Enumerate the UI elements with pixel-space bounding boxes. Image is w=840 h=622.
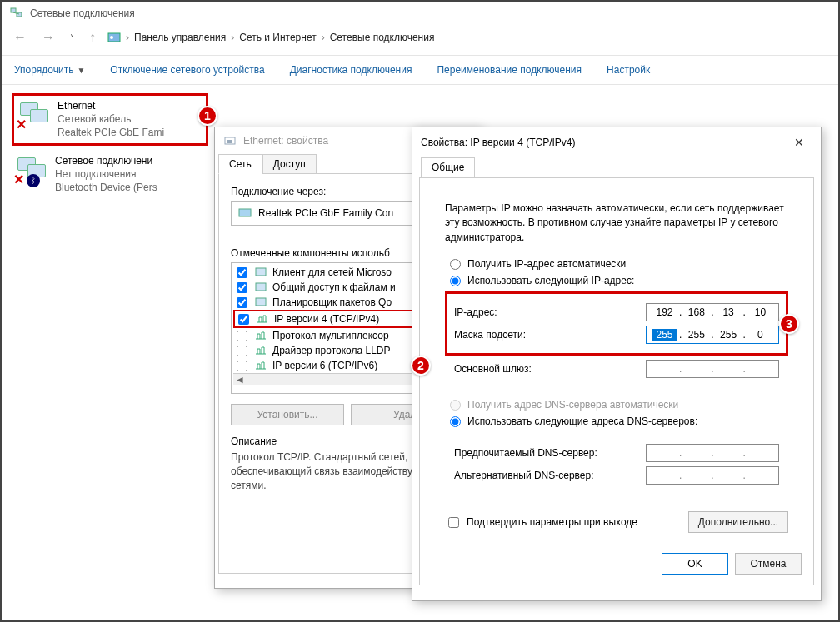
component-label: Общий доступ к файлам и: [272, 281, 396, 293]
ip-address-input[interactable]: 192. 168. 13. 10: [646, 303, 779, 321]
component-checkbox[interactable]: [237, 346, 248, 356]
annotation-2: 2: [411, 356, 431, 376]
svg-rect-1: [17, 12, 22, 17]
radio-input: [450, 400, 461, 411]
dialog-titlebar[interactable]: Свойства: IP версии 4 (TCP/IPv4) ✕: [412, 127, 821, 157]
explorer-titlebar: Сетевые подключения: [2, 2, 838, 25]
component-label: Протокол мультиплексор: [272, 330, 389, 341]
validate-checkbox-row[interactable]: Подтвердить параметры при выходе Дополни…: [445, 511, 788, 533]
component-icon: [254, 296, 268, 309]
connection-name: Сетевое подключени: [55, 154, 158, 167]
radio-auto-ip[interactable]: Получить IP-адрес автоматически: [450, 258, 788, 270]
error-x-icon: ✕: [13, 172, 24, 187]
alternate-dns-label: Альтернативный DNS-сервер:: [454, 470, 646, 481]
radio-manual-ip[interactable]: Использовать следующий IP-адрес:: [450, 275, 788, 286]
dialog-title: Ethernet: свойства: [243, 135, 328, 147]
subnet-mask-row: Маска подсети: 255. 255. 255. 0: [454, 326, 779, 344]
component-icon: [254, 281, 268, 294]
tab-network[interactable]: Сеть: [218, 154, 262, 174]
alternate-dns-input[interactable]: ...: [646, 466, 779, 485]
dialog-buttons: OK Отмена: [662, 553, 802, 575]
adapter-name: Realtek PCIe GbE Family Con: [258, 207, 393, 219]
toolbar-disable[interactable]: Отключение сетевого устройства: [110, 64, 264, 76]
control-panel-icon: [108, 31, 121, 44]
svg-rect-7: [239, 209, 251, 216]
validate-checkbox[interactable]: [448, 517, 459, 528]
svg-rect-8: [256, 268, 266, 276]
connection-item-ethernet[interactable]: ✕ Ethernet Сетевой кабель Realtek PCIe G…: [12, 93, 208, 146]
ipv4-properties-dialog: Свойства: IP версии 4 (TCP/IPv4) ✕ Общие…: [412, 127, 822, 601]
component-label: IP версии 4 (TCP/IPv4): [274, 313, 379, 325]
radio-input[interactable]: [450, 416, 461, 427]
toolbar-settings[interactable]: Настройк: [607, 64, 650, 76]
subnet-mask-input[interactable]: 255. 255. 255. 0: [646, 326, 779, 344]
component-checkbox[interactable]: [237, 361, 248, 371]
tab-body: Параметры IP можно назначать автоматичес…: [419, 177, 814, 585]
connection-device: Realtek PCIe GbE Fami: [58, 126, 164, 139]
svg-rect-0: [11, 8, 16, 12]
advanced-button[interactable]: Дополнительно...: [688, 511, 788, 533]
nav-back-icon[interactable]: ←: [10, 28, 30, 47]
connection-icon: ✕ ᛒ: [15, 154, 48, 186]
connection-item-bluetooth[interactable]: ✕ ᛒ Сетевое подключени Нет подключения B…: [12, 151, 208, 198]
install-button[interactable]: Установить...: [231, 404, 344, 425]
component-checkbox[interactable]: [237, 267, 248, 278]
component-checkbox[interactable]: [238, 314, 249, 325]
preferred-dns-row: Предпочитаемый DNS-сервер: ...: [454, 444, 779, 462]
gateway-row: Основной шлюз: ...: [445, 360, 788, 378]
component-label: Драйвер протокола LLDP: [272, 345, 391, 356]
annotation-3: 3: [779, 314, 799, 334]
radio-input[interactable]: [450, 259, 461, 270]
breadcrumb[interactable]: › Панель управления › Сеть и Интернет › …: [108, 31, 434, 44]
connection-status: Нет подключения: [55, 167, 158, 181]
component-checkbox[interactable]: [237, 282, 248, 293]
component-label: Планировщик пакетов Qo: [272, 296, 392, 308]
toolbar-organize[interactable]: Упорядочить ▼: [14, 64, 85, 76]
dns-settings: Предпочитаемый DNS-сервер: ... Альтернат…: [445, 432, 788, 496]
radio-input[interactable]: [450, 276, 461, 286]
preferred-dns-input[interactable]: ...: [646, 444, 779, 462]
connection-name: Ethernet: [58, 99, 164, 112]
component-icon: [254, 344, 268, 357]
chevron-down-icon: ▼: [77, 66, 85, 75]
svg-rect-10: [256, 298, 266, 306]
nav-recent-icon[interactable]: ˅: [67, 32, 78, 44]
component-icon: [254, 329, 268, 342]
connection-icon: ✕: [18, 99, 51, 131]
toolbar: Упорядочить ▼ Отключение сетевого устрой…: [2, 56, 838, 85]
alternate-dns-row: Альтернативный DNS-сервер: ...: [454, 466, 779, 485]
nav-forward-icon[interactable]: →: [38, 28, 58, 47]
breadcrumb-item[interactable]: Сеть и Интернет: [239, 32, 316, 43]
component-icon: [256, 312, 269, 326]
radio-auto-dns: Получить адрес DNS-сервера автоматически: [450, 399, 788, 411]
toolbar-diagnose[interactable]: Диагностика подключения: [290, 64, 412, 76]
breadcrumb-item[interactable]: Панель управления: [134, 32, 226, 43]
preferred-dns-label: Предпочитаемый DNS-сервер:: [454, 447, 646, 459]
component-checkbox[interactable]: [237, 331, 248, 341]
explorer-nav: ← → ˅ ↑ › Панель управления › Сеть и Инт…: [2, 25, 838, 56]
tab-access[interactable]: Доступ: [262, 154, 317, 174]
radio-manual-dns[interactable]: Использовать следующие адреса DNS-сервер…: [450, 415, 788, 427]
error-x-icon: ✕: [16, 117, 27, 132]
dialog-title: Свойства: IP версии 4 (TCP/IPv4): [421, 137, 576, 148]
ip-address-label: IP-адрес:: [454, 306, 646, 318]
close-icon[interactable]: ✕: [786, 134, 812, 151]
component-label: Клиент для сетей Microso: [272, 266, 392, 278]
ipv4-info-text: Параметры IP можно назначать автоматичес…: [445, 202, 788, 245]
explorer-title-text: Сетевые подключения: [30, 7, 135, 19]
ip-address-row: IP-адрес: 192. 168. 13. 10: [454, 303, 779, 321]
tab-general[interactable]: Общие: [421, 157, 475, 177]
cancel-button[interactable]: Отмена: [735, 553, 802, 575]
nav-up-icon[interactable]: ↑: [86, 28, 99, 47]
breadcrumb-item[interactable]: Сетевые подключения: [330, 32, 435, 43]
ok-button[interactable]: OK: [662, 553, 728, 575]
svg-rect-9: [256, 283, 266, 291]
component-checkbox[interactable]: [237, 297, 248, 308]
gateway-label: Основной шлюз:: [454, 363, 646, 375]
gateway-input[interactable]: ...: [646, 360, 779, 378]
toolbar-rename[interactable]: Переименование подключения: [437, 64, 582, 76]
bluetooth-icon: ᛒ: [27, 174, 40, 187]
window-frame: Сетевые подключения ← → ˅ ↑ › Панель упр…: [0, 0, 840, 622]
svg-point-4: [110, 36, 113, 39]
component-icon: [254, 266, 268, 279]
